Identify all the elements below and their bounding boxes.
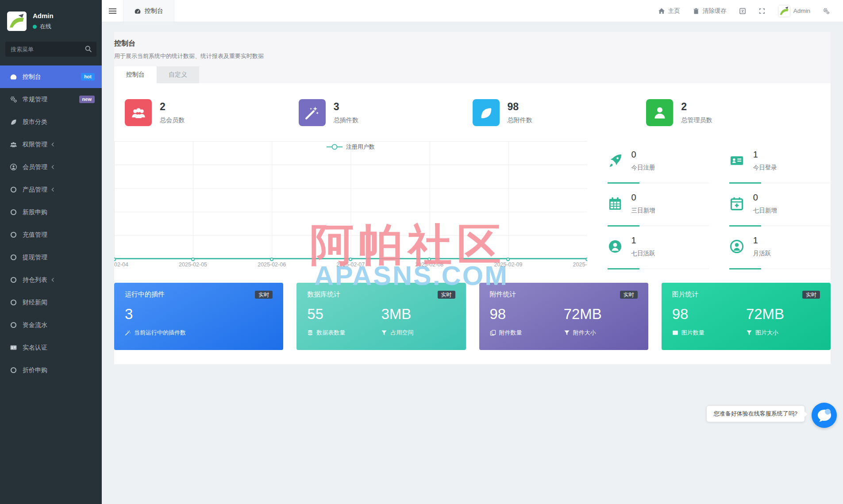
chart-legend[interactable]: 注册用户数 — [114, 143, 587, 151]
sidebar-menu-item[interactable]: 股市分类 — [0, 111, 102, 133]
sidebar-menu-item[interactable]: 折价申购 — [0, 359, 102, 381]
card-stat-value: 98 — [490, 306, 564, 322]
x-axis-tick-label: 2025-02-04 — [114, 262, 128, 268]
card-head: 图片统计 实时 — [672, 290, 820, 299]
summary-card: 附件统计 实时 98 附件数量 — [479, 283, 648, 350]
stat-meta: 3 总插件数 — [334, 101, 358, 124]
clear-cache-label: 清除缓存 — [703, 7, 727, 15]
card-stat-label-text: 图片大小 — [755, 329, 778, 337]
menu-item-label: 产品管理 — [23, 186, 47, 194]
card-stat-icon — [672, 330, 678, 336]
data-point-marker — [585, 258, 587, 261]
menu-item-label: 权限管理 — [23, 141, 47, 149]
sidebar-menu-item[interactable]: 控制台 hot — [0, 65, 102, 88]
mini-stat-cell: 1 月活跃 — [729, 226, 831, 269]
sidebar-menu-item[interactable]: 常规管理 new — [0, 88, 102, 111]
menu-item-icon — [10, 299, 17, 306]
stat-meta: 2 总管理员数 — [681, 101, 712, 124]
menu-item-label: 持仓列表 — [23, 276, 47, 284]
data-point-marker — [270, 258, 273, 261]
expand-icon — [758, 8, 766, 15]
sidebar-menu-item[interactable]: 财经新闻 — [0, 291, 102, 314]
sidebar-menu-item[interactable]: 充值管理 — [0, 223, 102, 246]
card-head: 数据库统计 实时 — [307, 290, 455, 299]
menu-item-icon — [10, 276, 17, 284]
avatar-logo-icon — [7, 12, 27, 31]
chat-launcher-button[interactable] — [812, 403, 837, 428]
sidebar-menu-item[interactable]: 产品管理 — [0, 178, 102, 201]
user-avatar[interactable] — [7, 12, 27, 31]
menu-item-label: 提现管理 — [23, 254, 47, 262]
stat-card: 98 总附件数 — [473, 99, 647, 126]
sidebar-toggle-button[interactable] — [102, 0, 123, 22]
cogs-icon — [823, 8, 830, 15]
stat-meta: 98 总附件数 — [508, 101, 532, 124]
stat-icon — [304, 105, 319, 120]
fullscreen-button[interactable] — [752, 0, 772, 22]
stat-label: 总附件数 — [508, 116, 532, 124]
stat-card: 2 总管理员数 — [646, 99, 820, 126]
chart-plot-area — [114, 141, 587, 259]
search-icon[interactable] — [85, 45, 92, 53]
sidebar-menu-item[interactable]: 会员管理 — [0, 156, 102, 178]
x-axis-tick-label: 2025-02-06 — [258, 262, 286, 268]
card-title: 附件统计 — [490, 290, 516, 299]
content-tabs: 控制台 自定义 — [114, 66, 831, 83]
sidebar-menu-item[interactable]: 持仓列表 — [0, 269, 102, 291]
sidebar-menu-item[interactable]: 实名认证 — [0, 336, 102, 359]
mini-stat-icon — [608, 153, 623, 168]
sidebar-menu-item[interactable]: 提现管理 — [0, 246, 102, 269]
settings-button[interactable] — [816, 0, 836, 22]
realtime-badge: 实时 — [620, 291, 638, 299]
card-stat-label-text: 附件大小 — [573, 329, 596, 337]
card-stat-primary: 98 附件数量 — [490, 306, 564, 337]
home-icon — [658, 8, 665, 15]
card-stat-label: 图片数量 — [672, 329, 746, 337]
card-title: 图片统计 — [672, 290, 699, 299]
avatar-logo-icon — [778, 5, 790, 17]
card-stat-secondary: 72MB 附件大小 — [564, 306, 638, 337]
content-tab[interactable]: 自定义 — [157, 66, 199, 83]
sidebar: Admin 在线 控制台 hot — [0, 0, 102, 504]
main-area: 控制台 主页 清除缓存 — [102, 0, 843, 504]
topbar-tab-label: 控制台 — [145, 7, 163, 15]
chevron-left-icon — [50, 277, 56, 283]
menu-search-input[interactable] — [5, 42, 96, 57]
clear-cache-link[interactable]: 清除缓存 — [686, 0, 733, 22]
funnel-icon — [746, 330, 752, 336]
mini-stat-icon — [729, 239, 744, 254]
card-stat-label-text: 占用空间 — [390, 329, 413, 337]
panel-body: 2 总会员数 3 总插件数 — [114, 83, 831, 364]
hamburger-icon — [109, 7, 116, 15]
mini-stat-meta: 0 三日新增 — [631, 192, 655, 215]
chat-prompt-bubble[interactable]: 您准备好体验在线客服系统了吗? — [706, 405, 805, 422]
menu-item-icon — [10, 366, 17, 374]
menu-item-icon — [10, 186, 17, 193]
menu-item-icon — [10, 163, 17, 171]
sidebar-menu-item[interactable]: 新股申购 — [0, 201, 102, 223]
mini-stat-meta: 1 七日活跃 — [631, 235, 655, 258]
card-stat-value: 55 — [307, 306, 381, 322]
card-stat-icon — [125, 330, 131, 336]
topbar-tab-dashboard[interactable]: 控制台 — [123, 0, 174, 22]
page-description: 用于展示当前系统中的统计数据、统计报表及重要实时数据 — [114, 52, 831, 60]
content-tab[interactable]: 控制台 — [114, 66, 157, 83]
card-stat-label: 占用空间 — [381, 329, 455, 337]
sidebar-user-panel: Admin 在线 — [0, 0, 102, 39]
home-label: 主页 — [668, 7, 680, 15]
mini-stat-meta: 0 今日注册 — [631, 150, 655, 172]
language-switch-button[interactable] — [733, 0, 752, 22]
mini-stat-value: 1 — [753, 235, 771, 246]
stat-icon — [131, 105, 146, 120]
card-stat-value: 98 — [672, 306, 746, 322]
card-stat-secondary: 3MB 占用空间 — [381, 306, 455, 337]
sidebar-menu-item[interactable]: 权限管理 — [0, 133, 102, 156]
menu-item-icon — [10, 118, 17, 126]
mini-stat-icon — [608, 239, 623, 254]
home-link[interactable]: 主页 — [652, 0, 686, 22]
profile-menu[interactable]: Admin — [772, 0, 816, 22]
sidebar-menu-item[interactable]: 资金流水 — [0, 314, 102, 336]
panel-heading: 控制台 用于展示当前系统中的统计数据、统计报表及重要实时数据 控制台 自定义 — [114, 32, 831, 83]
stat-tile-icon — [299, 99, 326, 126]
summary-cards: 运行中的插件 实时 3 当前运行中的插件数 — [114, 283, 831, 350]
